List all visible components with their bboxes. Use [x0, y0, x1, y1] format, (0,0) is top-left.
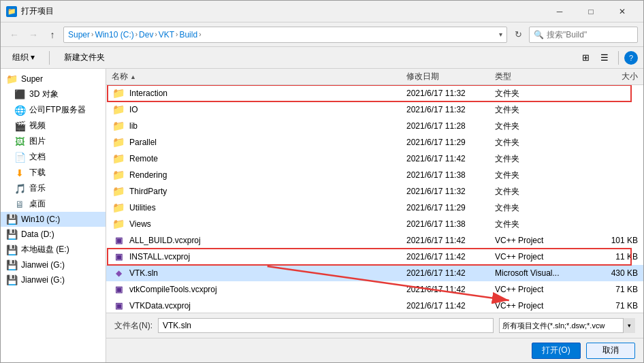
drive-g2-icon: 💾 — [6, 274, 17, 285]
file-date: 2021/6/17 11:32 — [406, 89, 495, 98]
col-size-header[interactable]: 大小 — [583, 71, 638, 82]
new-folder-button[interactable]: 新建文件夹 — [58, 49, 111, 66]
file-type: 文件夹 — [495, 153, 583, 165]
minimize-button[interactable]: ─ — [544, 1, 575, 22]
col-date-header[interactable]: 修改日期 — [406, 71, 495, 82]
close-button[interactable]: ✕ — [607, 1, 638, 22]
col-type-header[interactable]: 类型 — [495, 71, 583, 82]
video-icon: 🎬 — [14, 121, 25, 131]
back-button[interactable]: ← — [6, 27, 22, 43]
organize-toolbar: 组织 ▾ 新建文件夹 ⊞ ☰ ? — [1, 47, 643, 69]
file-date: 2021/6/17 11:32 — [406, 187, 495, 196]
search-input[interactable] — [547, 30, 644, 40]
forward-button[interactable]: → — [25, 27, 42, 43]
table-row[interactable]: ▣ VTKData.vcxproj 2021/6/17 11:42 VC++ P… — [106, 298, 643, 313]
breadcrumb-dev[interactable]: Dev — [139, 30, 153, 40]
filetype-select-wrapper: 所有项目文件(*.sln;*.dsw;*.vcw ▾ — [499, 318, 635, 333]
file-type: 文件夹 — [495, 137, 583, 148]
folder-icon: 📁 — [6, 74, 17, 84]
table-row[interactable]: 📁 lib 2021/6/17 11:28 文件夹 — [106, 118, 643, 134]
file-date: 2021/6/17 11:32 — [406, 105, 495, 114]
file-name: Rendering — [129, 170, 406, 180]
file-date: 2021/6/17 11:28 — [406, 121, 495, 131]
drive-d-icon: 💾 — [6, 229, 17, 240]
sidebar-item-image[interactable]: 🖼 图片 — [1, 133, 106, 149]
sidebar-item-win10[interactable]: 💾 Win10 (C:) — [1, 212, 106, 227]
sidebar-item-jianwei1[interactable]: 💾 Jianwei (G:) — [1, 257, 106, 272]
button-row: 打开(O) 取消 — [106, 338, 643, 362]
file-list-container: 📁 Interaction 2021/6/17 11:32 文件夹 📁 IO 2… — [106, 85, 643, 313]
window-controls: ─ □ ✕ — [544, 1, 638, 22]
table-row[interactable]: 📁 Utilities 2021/6/17 11:29 文件夹 — [106, 200, 643, 216]
cancel-button[interactable]: 取消 — [586, 343, 635, 359]
file-name: Remote — [129, 154, 406, 163]
address-bar[interactable]: Super › Win10 (C:) › Dev › VKT › Build ›… — [63, 27, 507, 43]
view-list-button[interactable]: ⊞ — [577, 50, 594, 66]
sidebar-item-music[interactable]: 🎵 音乐 — [1, 180, 106, 196]
sidebar-item-3d[interactable]: ⬛ 3D 对象 — [1, 86, 106, 102]
3d-icon: ⬛ — [14, 89, 25, 100]
table-row[interactable]: ▣ ALL_BUILD.vcxproj 2021/6/17 11:42 VC++… — [106, 232, 643, 249]
breadcrumb-dropdown[interactable]: ▾ — [499, 31, 502, 38]
table-row[interactable]: ◆ VTK.sln 2021/6/17 11:42 Microsoft Visu… — [106, 265, 643, 281]
table-row[interactable]: 📁 Rendering 2021/6/17 11:38 文件夹 — [106, 167, 643, 183]
table-row[interactable]: ▣ INSTALL.vcxproj 2021/6/17 11:42 VC++ P… — [106, 249, 643, 265]
file-date: 2021/6/17 11:42 — [406, 301, 495, 311]
sidebar-item-data[interactable]: 💾 Data (D:) — [1, 227, 106, 242]
maximize-button[interactable]: □ — [575, 1, 607, 22]
table-row[interactable]: 📁 Parallel 2021/6/17 11:29 文件夹 — [106, 134, 643, 151]
view-details-button[interactable]: ☰ — [596, 50, 613, 66]
desktop-icon: 🖥 — [14, 199, 25, 210]
file-date: 2021/6/17 11:42 — [406, 285, 495, 294]
app-icon: 📁 — [6, 6, 17, 17]
file-name: VTKData.vcxproj — [129, 301, 406, 311]
help-button[interactable]: ? — [624, 51, 638, 65]
sidebar-item-download[interactable]: ⬇ 下载 — [1, 165, 106, 180]
organize-button[interactable]: 组织 ▾ — [6, 49, 41, 66]
file-size: 71 KB — [583, 301, 638, 311]
breadcrumb-super[interactable]: Super — [68, 30, 90, 40]
file-icon: ▣ — [112, 250, 125, 264]
table-row[interactable]: ▣ vtkCompileTools.vcxproj 2021/6/17 11:4… — [106, 281, 643, 298]
toolbar-separator-2 — [618, 51, 619, 65]
filename-label: 文件名(N): — [114, 320, 152, 332]
file-date: 2021/6/17 11:38 — [406, 219, 495, 229]
sidebar-item-video[interactable]: 🎬 视频 — [1, 118, 106, 133]
table-row[interactable]: 📁 IO 2021/6/17 11:32 文件夹 — [106, 101, 643, 118]
toolbar-separator — [49, 51, 50, 65]
doc-icon: 📄 — [14, 152, 25, 163]
up-button[interactable]: ↑ — [44, 27, 61, 43]
sort-arrow: ▲ — [130, 74, 136, 80]
breadcrumb-vkt[interactable]: VKT — [159, 30, 174, 40]
sidebar-item-local[interactable]: 💾 本地磁盘 (E:) — [1, 242, 106, 257]
file-name: Views — [129, 219, 406, 229]
file-name: Interaction — [129, 89, 406, 98]
file-type: VC++ Project — [495, 301, 583, 311]
sidebar-item-super[interactable]: 📁 Super — [1, 72, 106, 86]
filetype-select[interactable]: 所有项目文件(*.sln;*.dsw;*.vcw — [499, 318, 635, 333]
table-row[interactable]: 📁 Interaction 2021/6/17 11:32 文件夹 — [106, 85, 643, 101]
table-row[interactable]: 📁 Views 2021/6/17 11:38 文件夹 — [106, 216, 643, 232]
file-date: 2021/6/17 11:42 — [406, 236, 495, 245]
breadcrumb-win10[interactable]: Win10 (C:) — [95, 30, 133, 40]
sidebar-item-doc[interactable]: 📄 文档 — [1, 149, 106, 165]
file-name: Utilities — [129, 203, 406, 212]
refresh-button[interactable]: ↻ — [510, 27, 526, 43]
filename-input[interactable] — [158, 318, 494, 333]
sidebar-item-ftp[interactable]: 🌐 公司FTP服务器 — [1, 102, 106, 118]
sidebar-item-jianwei2[interactable]: 💾 Jianwei (G:) — [1, 272, 106, 287]
col-name-header[interactable]: 名称 ▲ — [112, 71, 406, 82]
file-name: ALL_BUILD.vcxproj — [129, 236, 406, 245]
file-name: Parallel — [129, 138, 406, 147]
image-icon: 🖼 — [14, 136, 25, 147]
file-date: 2021/6/17 11:29 — [406, 138, 495, 147]
open-button[interactable]: 打开(O) — [532, 343, 581, 359]
table-row[interactable]: 📁 ThirdParty 2021/6/17 11:32 文件夹 — [106, 183, 643, 200]
search-bar[interactable]: 🔍 — [529, 27, 638, 43]
table-row[interactable]: 📁 Remote 2021/6/17 11:42 文件夹 — [106, 151, 643, 167]
breadcrumb-build[interactable]: Build — [179, 30, 197, 40]
file-name: VTK.sln — [129, 268, 406, 278]
file-icon: 📁 — [112, 201, 125, 215]
file-name: lib — [129, 121, 406, 131]
sidebar-item-desktop[interactable]: 🖥 桌面 — [1, 196, 106, 212]
